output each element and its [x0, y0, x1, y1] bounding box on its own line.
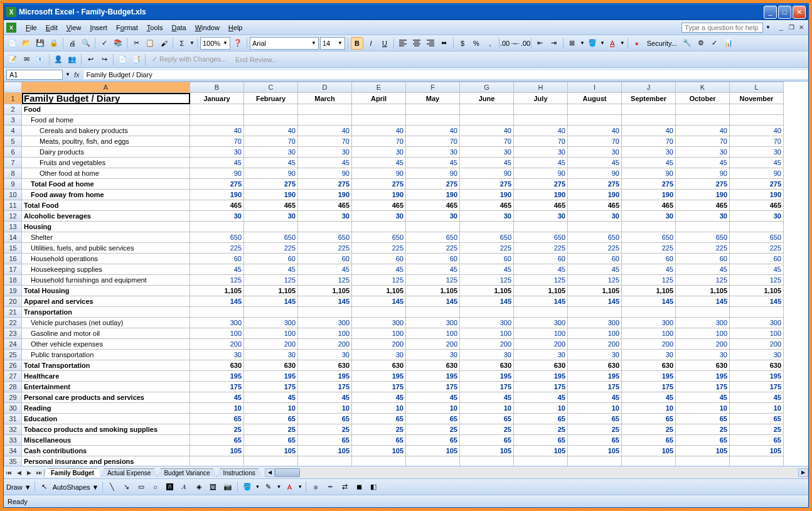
cell-H24[interactable]: 200: [514, 339, 568, 350]
cell-H27[interactable]: 195: [514, 371, 568, 382]
cell-B18[interactable]: 125: [190, 275, 244, 286]
cell-B35[interactable]: [190, 456, 244, 466]
row-header-30[interactable]: 30: [4, 403, 22, 414]
print-button[interactable]: 🖨: [66, 37, 78, 50]
cell-A8[interactable]: Other food at home: [22, 168, 190, 179]
cell-F1[interactable]: May: [406, 93, 460, 104]
fx-icon[interactable]: fx: [74, 71, 80, 78]
cell-K14[interactable]: 650: [676, 232, 730, 243]
row-header-16[interactable]: 16: [4, 254, 22, 264]
cell-B1[interactable]: January: [190, 93, 244, 104]
cell-K35[interactable]: [676, 456, 730, 466]
cell-B25[interactable]: 30: [190, 350, 244, 360]
underline-button[interactable]: U: [378, 37, 391, 50]
cell-F31[interactable]: 65: [406, 414, 460, 424]
cell-G3[interactable]: [460, 115, 514, 126]
rectangle-button[interactable]: ▭: [135, 481, 147, 493]
cell-C21[interactable]: [244, 307, 298, 318]
cell-B28[interactable]: 175: [190, 382, 244, 392]
cell-A15[interactable]: Utilities, fuels, and public services: [22, 243, 190, 254]
cell-B13[interactable]: [190, 222, 244, 232]
cell-F16[interactable]: 60: [406, 254, 460, 264]
cell-D28[interactable]: 175: [298, 382, 352, 392]
cell-G8[interactable]: 90: [460, 168, 514, 179]
cell-A23[interactable]: Gasoline and motor oil: [22, 328, 190, 339]
cell-A22[interactable]: Vehicle purchases (net outlay): [22, 318, 190, 328]
cell-D35[interactable]: [298, 456, 352, 466]
cell-H30[interactable]: 10: [514, 403, 568, 414]
cell-D27[interactable]: 195: [298, 371, 352, 382]
row-header-33[interactable]: 33: [4, 435, 22, 446]
cell-B21[interactable]: [190, 307, 244, 318]
row-header-2[interactable]: 2: [4, 104, 22, 115]
cell-J15[interactable]: 225: [622, 243, 676, 254]
cell-L13[interactable]: [730, 222, 784, 232]
cell-A26[interactable]: Total Transportation: [22, 360, 190, 371]
3d-button[interactable]: ◧: [367, 481, 380, 493]
cell-I34[interactable]: 105: [568, 446, 622, 456]
cell-C1[interactable]: February: [244, 93, 298, 104]
row-header-31[interactable]: 31: [4, 414, 22, 424]
cell-I13[interactable]: [568, 222, 622, 232]
cell-I2[interactable]: [568, 104, 622, 115]
cell-B15[interactable]: 225: [190, 243, 244, 254]
cell-B32[interactable]: 25: [190, 424, 244, 435]
cell-I5[interactable]: 70: [568, 136, 622, 147]
cell-J8[interactable]: 90: [622, 168, 676, 179]
cell-A4[interactable]: Cereals and bakery products: [22, 126, 190, 136]
cell-C10[interactable]: 190: [244, 190, 298, 200]
cell-L15[interactable]: 225: [730, 243, 784, 254]
cell-F35[interactable]: [406, 456, 460, 466]
cell-J30[interactable]: 10: [622, 403, 676, 414]
font-color-button[interactable]: A: [606, 37, 619, 50]
cell-G12[interactable]: 30: [460, 211, 514, 222]
increase-indent-button[interactable]: ⇥: [548, 37, 560, 50]
cell-K11[interactable]: 465: [676, 200, 730, 211]
menu-view[interactable]: View: [62, 23, 86, 33]
cell-L19[interactable]: 1,105: [730, 286, 784, 296]
cell-C2[interactable]: [244, 104, 298, 115]
cell-A28[interactable]: Entertainment: [22, 382, 190, 392]
cut-button[interactable]: ✂: [130, 37, 142, 50]
review-btn8[interactable]: 📄: [116, 53, 129, 66]
merge-center-button[interactable]: ⬌: [438, 37, 451, 50]
toolbar-opt2-button[interactable]: ⚙: [695, 37, 707, 50]
cell-L27[interactable]: 195: [730, 371, 784, 382]
cell-C22[interactable]: 300: [244, 318, 298, 328]
cell-J22[interactable]: 300: [622, 318, 676, 328]
cell-J32[interactable]: 25: [622, 424, 676, 435]
cell-J35[interactable]: [622, 456, 676, 466]
review-btn4[interactable]: 👤: [52, 53, 65, 66]
cell-J29[interactable]: 45: [622, 392, 676, 403]
cell-H5[interactable]: 70: [514, 136, 568, 147]
line-style-button[interactable]: ≡: [309, 481, 322, 493]
cell-A31[interactable]: Education: [22, 414, 190, 424]
cell-A32[interactable]: Tobacco products and smoking supplies: [22, 424, 190, 435]
cell-I22[interactable]: 300: [568, 318, 622, 328]
cell-H11[interactable]: 465: [514, 200, 568, 211]
row-header-1[interactable]: 1: [4, 93, 22, 104]
column-header-H[interactable]: H: [514, 82, 568, 93]
tab-first-button[interactable]: ⏮: [4, 470, 14, 476]
row-header-10[interactable]: 10: [4, 190, 22, 200]
cell-B7[interactable]: 45: [190, 158, 244, 168]
cell-A30[interactable]: Reading: [22, 403, 190, 414]
cell-G1[interactable]: June: [460, 93, 514, 104]
cell-B27[interactable]: 195: [190, 371, 244, 382]
toolbar-opt3-button[interactable]: ✓: [708, 37, 721, 50]
cell-A13[interactable]: Housing: [22, 222, 190, 232]
cell-A17[interactable]: Housekeeping supplies: [22, 264, 190, 275]
font-dropdown[interactable]: Arial▼: [250, 37, 319, 50]
cell-E30[interactable]: 10: [352, 403, 406, 414]
cell-E31[interactable]: 65: [352, 414, 406, 424]
arrow-style-button[interactable]: ⇄: [338, 481, 351, 493]
cell-K2[interactable]: [676, 104, 730, 115]
cell-D26[interactable]: 630: [298, 360, 352, 371]
cell-I20[interactable]: 145: [568, 296, 622, 307]
cell-A12[interactable]: Alcoholic beverages: [22, 211, 190, 222]
cell-A16[interactable]: Household operations: [22, 254, 190, 264]
column-header-E[interactable]: E: [352, 82, 406, 93]
autosum-button[interactable]: Σ: [176, 37, 188, 50]
cell-G7[interactable]: 45: [460, 158, 514, 168]
cell-A24[interactable]: Other vehicle expenses: [22, 339, 190, 350]
